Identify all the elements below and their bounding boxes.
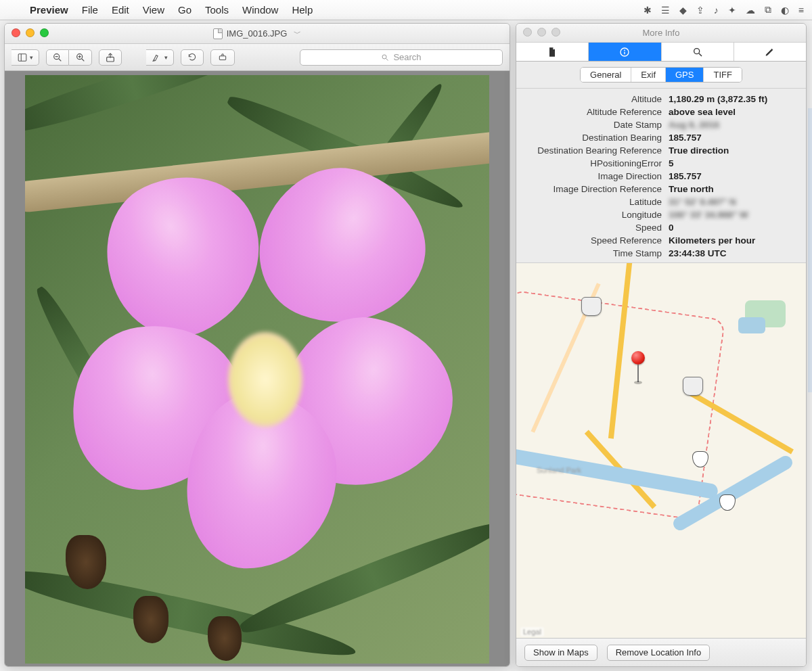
subtab-general[interactable]: General xyxy=(581,68,631,82)
svg-point-16 xyxy=(694,48,699,53)
rotate-button[interactable] xyxy=(181,49,204,66)
menu-file[interactable]: File xyxy=(75,4,105,16)
preview-toolbar: ▾ ▾ Search xyxy=(5,44,510,71)
status-icon[interactable]: ☁ xyxy=(746,5,755,16)
map-pin[interactable] xyxy=(631,351,645,384)
status-icon[interactable]: ≡ xyxy=(798,5,804,16)
status-icon[interactable]: ♪ xyxy=(714,5,719,16)
markup-button[interactable] xyxy=(210,49,235,66)
status-icon[interactable]: ✱ xyxy=(644,5,652,16)
zoom-in-button[interactable] xyxy=(69,49,92,66)
svg-line-12 xyxy=(386,58,388,60)
gps-key: Destination Bearing Reference xyxy=(523,145,669,156)
gps-row: Speed0 xyxy=(523,221,799,234)
tab-search[interactable] xyxy=(662,43,734,61)
title-dropdown-icon[interactable]: ﹀ xyxy=(294,28,301,39)
gps-value: True direction xyxy=(669,145,729,156)
tab-annotate[interactable] xyxy=(734,43,806,61)
preview-window: IMG_0016.JPG ﹀ ▾ ▾ xyxy=(4,23,510,667)
gps-value: 23:44:38 UTC xyxy=(669,248,727,258)
menubar-status-icons: ✱ ☰ ◆ ⇪ ♪ ✦ ☁ ⧉ ◐ ≡ xyxy=(644,4,804,16)
gps-value: Kilometers per hour xyxy=(669,235,755,246)
gps-key: Longitude xyxy=(523,210,669,220)
background-window-hint xyxy=(808,108,812,392)
subtab-exif[interactable]: Exif xyxy=(631,68,666,82)
remove-location-button[interactable]: Remove Location Info xyxy=(607,645,710,661)
gps-value: 185.757 xyxy=(669,171,702,181)
map-route-shield xyxy=(683,377,703,396)
image-canvas[interactable] xyxy=(5,71,510,666)
photo-content xyxy=(25,75,489,664)
menu-app[interactable]: Preview xyxy=(23,4,75,16)
minimize-button[interactable] xyxy=(537,28,546,37)
inspector-title: More Info xyxy=(643,28,680,38)
zoom-out-button[interactable] xyxy=(46,49,69,66)
svg-line-3 xyxy=(59,59,61,61)
menu-view[interactable]: View xyxy=(136,4,171,16)
gps-key: Speed Reference xyxy=(523,235,669,246)
map-route-shield xyxy=(581,297,602,316)
gps-key: Altitude xyxy=(523,94,669,104)
inspector-window: More Info General Exif GPS TIFF Altitude… xyxy=(516,23,807,667)
svg-point-14 xyxy=(624,49,625,51)
inspector-subtabs: General Exif GPS TIFF xyxy=(516,62,806,89)
gps-value: Aug 9, 2016 xyxy=(669,120,719,130)
menu-go[interactable]: Go xyxy=(171,4,198,16)
tab-info[interactable] xyxy=(589,43,661,61)
gps-value: above sea level xyxy=(669,107,736,117)
zoom-button[interactable] xyxy=(551,28,560,37)
search-placeholder: Search xyxy=(393,52,421,62)
highlight-button[interactable]: ▾ xyxy=(146,49,174,66)
status-icon[interactable]: ⧉ xyxy=(765,4,771,16)
close-button[interactable] xyxy=(12,28,20,37)
document-proxy-icon[interactable] xyxy=(213,28,223,39)
gps-row: Latitude31° 52' 9.497" N xyxy=(523,195,799,208)
status-icon[interactable]: ◐ xyxy=(781,5,789,16)
gps-row: Destination Bearing185.757 xyxy=(523,131,799,144)
menu-tools[interactable]: Tools xyxy=(198,4,235,16)
show-in-maps-button[interactable]: Show in Maps xyxy=(524,645,597,661)
status-icon[interactable]: ◆ xyxy=(679,5,687,16)
status-icon[interactable]: ✦ xyxy=(728,5,736,16)
menu-window[interactable]: Window xyxy=(235,4,285,16)
chevron-down-icon: ▾ xyxy=(30,54,33,61)
gps-key: Time Stamp xyxy=(523,248,669,258)
macos-menubar: Preview File Edit View Go Tools Window H… xyxy=(0,0,812,20)
gps-properties: Altitude1,180.29 m (3,872.35 ft)Altitude… xyxy=(516,89,806,262)
subtab-gps[interactable]: GPS xyxy=(666,68,704,82)
gps-key: Image Direction xyxy=(523,171,669,181)
sidebar-view-button[interactable]: ▾ xyxy=(12,49,39,66)
gps-row: Image Direction ReferenceTrue north xyxy=(523,183,799,195)
search-field[interactable]: Search xyxy=(300,49,503,66)
gps-row: Speed ReferenceKilometers per hour xyxy=(523,234,799,247)
share-button[interactable] xyxy=(99,49,122,66)
tab-document[interactable] xyxy=(516,43,589,61)
gps-value: 1,180.29 m (3,872.35 ft) xyxy=(669,94,767,104)
gps-value: 0 xyxy=(669,223,674,233)
svg-point-11 xyxy=(382,55,386,59)
gps-row: Image Direction185.757 xyxy=(523,170,799,183)
minimize-button[interactable] xyxy=(26,28,35,37)
status-icon[interactable]: ⇪ xyxy=(696,5,704,16)
window-title: IMG_0016.JPG xyxy=(227,28,288,39)
map-route-badge xyxy=(692,451,708,467)
gps-row: Longitude106° 33' 34.988" W xyxy=(523,208,799,221)
gps-row: Altitude1,180.29 m (3,872.35 ft) xyxy=(523,93,799,106)
gps-value: 31° 52' 9.497" N xyxy=(669,197,736,207)
gps-key: HPositioningError xyxy=(523,158,669,168)
menu-edit[interactable]: Edit xyxy=(105,4,136,16)
gps-row: HPositioningError5 xyxy=(523,157,799,170)
close-button[interactable] xyxy=(523,28,532,37)
status-icon[interactable]: ☰ xyxy=(661,5,670,16)
inspector-titlebar[interactable]: More Info xyxy=(516,24,806,43)
menu-help[interactable]: Help xyxy=(285,4,319,16)
subtab-tiff[interactable]: TIFF xyxy=(704,68,741,82)
window-titlebar[interactable]: IMG_0016.JPG ﹀ xyxy=(5,24,510,44)
zoom-button[interactable] xyxy=(40,28,49,37)
location-map[interactable]: Sunland Park Legal Show in Maps Remove L… xyxy=(516,262,806,666)
map-place-label: Sunland Park xyxy=(537,466,581,474)
gps-value: 5 xyxy=(669,158,674,168)
gps-row: Time Stamp23:44:38 UTC xyxy=(523,247,799,260)
svg-rect-0 xyxy=(18,53,26,61)
map-legal-link[interactable]: Legal xyxy=(520,627,544,637)
